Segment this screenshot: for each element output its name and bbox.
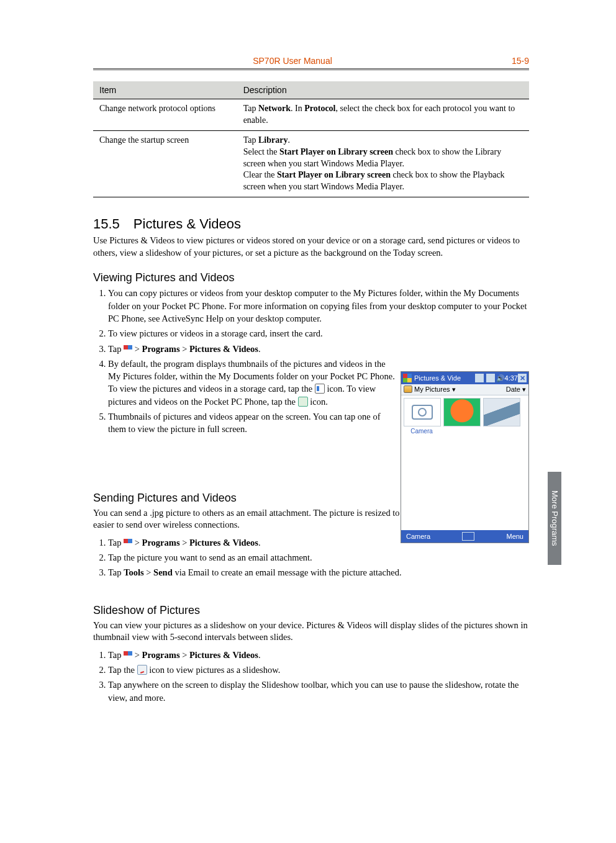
list-item: Tap > Programs > Pictures & Videos.	[108, 343, 529, 355]
start-menu-icon[interactable]	[403, 374, 412, 382]
th-item: Item	[93, 81, 237, 99]
list-item: Tap the icon to view pictures as a slide…	[108, 664, 529, 676]
section-15-5-intro: Use Pictures & Videos to view pictures o…	[93, 235, 529, 259]
row2-description: Tap Library. Select the Start Player on …	[237, 130, 529, 197]
ppc-clock: 4:37	[505, 374, 518, 382]
list-item: Tap > Programs > Pictures & Videos.	[108, 649, 529, 661]
slideshow-steps: Tap > Programs > Pictures & Videos. Tap …	[93, 649, 529, 704]
ppc-title-bar: Pictures & Vide 🔊 4:37 ✕	[401, 372, 528, 384]
close-icon[interactable]: ✕	[518, 374, 527, 382]
options-table: Item Description Change network protocol…	[93, 81, 529, 197]
manual-title: SP70R User Manual	[93, 56, 492, 66]
chapter-tab-more-programs: More Programs	[548, 472, 561, 565]
camera-shortcut[interactable]: Camera	[404, 398, 440, 435]
row1-item: Change network protocol options	[93, 99, 237, 131]
sort-dropdown[interactable]: Date ▾	[506, 385, 526, 394]
signal-icon[interactable]	[486, 374, 495, 382]
thumbnail-grid: Camera	[401, 395, 528, 437]
page-header: SP70R User Manual 15-9	[93, 56, 529, 70]
slideshow-intro: You can view your pictures as a slidesho…	[93, 620, 529, 644]
list-item: Tap anywhere on the screen to display th…	[108, 678, 529, 704]
slideshow-heading: Slideshow of Pictures	[93, 604, 529, 617]
picture-thumbnail[interactable]	[443, 398, 479, 435]
speaker-icon[interactable]: 🔊	[496, 374, 505, 382]
viewing-heading: Viewing Pictures and Videos	[93, 271, 529, 284]
list-item: To view pictures or videos in a storage …	[108, 327, 529, 340]
ppc-subheader: My Pictures ▾ Date ▾	[401, 384, 528, 395]
folder-icon	[404, 385, 412, 393]
table-row: Change network protocol options Tap Netw…	[93, 99, 529, 131]
thumb-caption: Camera	[404, 428, 440, 435]
start-menu-icon	[124, 539, 132, 548]
camera-icon	[404, 398, 441, 426]
start-menu-icon	[124, 651, 132, 660]
row1-description: Tap Network. In Protocol, select the che…	[237, 99, 529, 131]
softkey-menu[interactable]: Menu	[506, 533, 523, 540]
list-item: You can copy pictures or videos from you…	[108, 287, 529, 325]
picture-thumbnail[interactable]	[483, 398, 519, 435]
folder-dropdown[interactable]: My Pictures ▾	[404, 385, 456, 394]
pocketpc-screenshot: Pictures & Vide 🔊 4:37 ✕ My Pictures ▾ D…	[401, 371, 529, 543]
storage-card-icon	[315, 384, 325, 394]
row2-item: Change the startup screen	[93, 130, 237, 197]
th-description: Description	[237, 81, 529, 99]
softkey-camera[interactable]: Camera	[406, 533, 430, 540]
section-15-5-heading: 15.5 Pictures & Videos	[93, 216, 529, 232]
list-item: By default, the program displays thumbna…	[108, 358, 400, 408]
connectivity-icon[interactable]	[475, 374, 484, 382]
keyboard-icon[interactable]	[462, 532, 474, 541]
table-row: Change the startup screen Tap Library. S…	[93, 130, 529, 197]
ppc-app-title: Pictures & Vide	[414, 374, 474, 382]
ppc-softkey-bar: Camera Menu	[401, 530, 528, 543]
slideshow-icon	[137, 665, 147, 675]
page-number: 15-9	[492, 56, 529, 66]
list-item: Thumbnails of pictures and videos appear…	[108, 410, 400, 436]
device-icon	[298, 397, 308, 407]
list-item: Tap Tools > Send via Email to create an …	[108, 566, 529, 579]
list-item: Tap the picture you want to send as an e…	[108, 551, 529, 564]
start-menu-icon	[124, 345, 132, 354]
